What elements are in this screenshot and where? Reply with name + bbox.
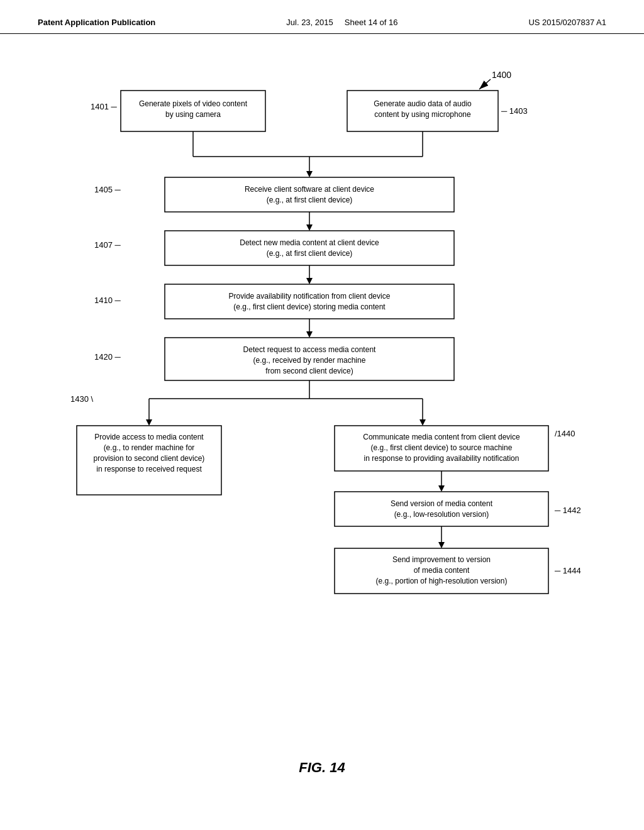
box-1442 <box>335 492 548 526</box>
box-1407 <box>165 231 454 265</box>
text-1405-line1: Receive client software at client device <box>245 185 374 194</box>
box-1410 <box>165 284 454 319</box>
text-1403-line2: content by using microphone <box>374 110 471 119</box>
header-sheet: Sheet 14 of 16 <box>345 18 398 27</box>
arrow-1440-head <box>419 419 426 426</box>
text-1440-line2: (e.g., first client device) to source ma… <box>371 443 513 452</box>
label-1405: 1405 ─ <box>94 185 121 194</box>
text-1407-line1: Detect new media content at client devic… <box>240 238 379 247</box>
arrow-1410-1420-head <box>306 331 313 338</box>
label-1440: /1440 <box>555 429 575 438</box>
label-1420: 1420 ─ <box>94 352 121 362</box>
text-1403-line1: Generate audio data of audio <box>374 99 472 108</box>
figure-label: FIG. 14 <box>299 760 345 775</box>
header-date: Jul. 23, 2015 <box>286 18 333 27</box>
text-1440-line1: Communicate media content from client de… <box>363 433 520 441</box>
text-1430-line4: in response to received request <box>96 465 202 473</box>
label-1444: ─ 1444 <box>554 566 581 575</box>
text-1420-line2: (e.g., received by render machine <box>253 356 366 365</box>
label-1400-arrow <box>479 79 491 89</box>
text-1401-line2: by using camera <box>165 110 221 119</box>
box-1405 <box>165 177 454 212</box>
text-1430-line3: provision to second client device) <box>94 454 205 463</box>
diagram-area: 1400 1401 ─ Generate pixels of video con… <box>0 34 644 753</box>
text-1410-line2: (e.g., first client device) storing medi… <box>233 302 386 311</box>
header-left: Patent Application Publication <box>38 18 155 27</box>
label-1401: 1401 ─ <box>91 102 118 111</box>
text-1407-line2: (e.g., at first client device) <box>267 249 353 258</box>
arrow-1440-1442-head <box>438 485 445 492</box>
header-center: Jul. 23, 2015 Sheet 14 of 16 <box>286 18 397 27</box>
label-1430: 1430 \ <box>70 394 94 404</box>
figure-caption: FIG. 14 <box>0 760 644 788</box>
text-1410-line1: Provide availability notification from c… <box>229 292 391 301</box>
text-1405-line2: (e.g., at first client device) <box>267 196 353 204</box>
label-1407: 1407 ─ <box>94 240 121 250</box>
label-1410: 1410 ─ <box>94 296 121 305</box>
text-1401-line1: Generate pixels of video content <box>139 99 248 108</box>
header-right: US 2015/0207837 A1 <box>528 18 606 27</box>
arrow-1407-1410-head <box>306 278 313 284</box>
text-1440-line3: in response to providing availability no… <box>364 454 519 463</box>
label-1403: ─ 1403 <box>501 106 528 116</box>
text-1420-line1: Detect request to access media content <box>243 345 376 354</box>
text-1444-line1: Send improvement to version <box>392 555 491 564</box>
label-1400: 1400 <box>492 70 511 80</box>
text-1442-line1: Send version of media content <box>391 499 493 508</box>
arrow-merge-head <box>306 171 313 177</box>
flowchart-svg: 1400 1401 ─ Generate pixels of video con… <box>38 47 606 738</box>
page: Patent Application Publication Jul. 23, … <box>0 0 644 830</box>
arrow-1405-1407-head <box>306 224 313 231</box>
arrow-1442-1444-head <box>438 542 445 548</box>
label-1442: ─ 1442 <box>554 506 581 515</box>
page-header: Patent Application Publication Jul. 23, … <box>0 0 644 34</box>
text-1444-line3: (e.g., portion of high-resolution versio… <box>376 577 508 585</box>
text-1430-line1: Provide access to media content <box>94 433 204 441</box>
text-1444-line2: of media content <box>414 566 470 575</box>
text-1442-line2: (e.g., low-resolution version) <box>394 510 489 519</box>
text-1420-line3: from second client device) <box>265 367 353 375</box>
arrow-1430-head <box>146 419 152 426</box>
text-1430-line2: (e.g., to render machine for <box>104 443 195 452</box>
